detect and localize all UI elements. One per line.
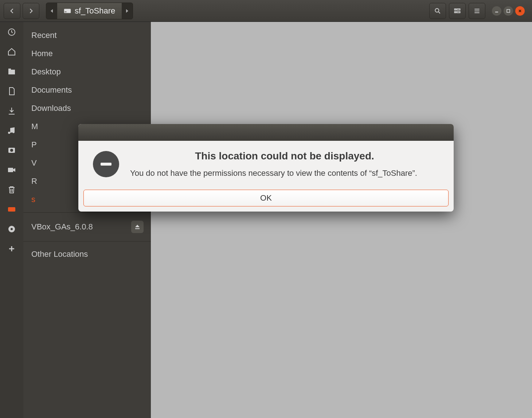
error-icon	[93, 151, 119, 177]
close-button[interactable]	[515, 6, 525, 16]
svg-rect-1	[65, 11, 67, 12]
home-icon[interactable]	[7, 47, 17, 57]
pictures-icon[interactable]	[7, 145, 17, 155]
error-dialog: This location could not be displayed. Yo…	[78, 124, 454, 212]
search-button[interactable]	[429, 3, 446, 19]
music-icon[interactable]	[7, 125, 17, 136]
svg-rect-6	[457, 11, 460, 12]
sidebar-item-label: P	[31, 140, 37, 150]
dialog-title: This location could not be displayed.	[130, 150, 439, 162]
svg-rect-3	[455, 9, 456, 10]
search-icon	[434, 7, 441, 15]
downloads-icon[interactable]	[7, 106, 17, 116]
sidebar-item-home[interactable]: Home	[23, 44, 151, 63]
svg-rect-5	[455, 11, 456, 12]
breadcrumb-label: sf_ToShare	[75, 6, 115, 16]
svg-rect-7	[507, 9, 510, 12]
dialog-body: This location could not be displayed. Yo…	[78, 141, 454, 190]
dialog-actions: OK	[78, 190, 454, 212]
videos-icon[interactable]	[7, 165, 17, 175]
svg-rect-12	[8, 207, 15, 212]
svg-point-14	[11, 228, 13, 230]
triangle-right-icon	[125, 8, 129, 13]
breadcrumb-current[interactable]: sf_ToShare	[57, 3, 122, 19]
sidebar-item-documents[interactable]: Documents	[23, 81, 151, 99]
sidebar-item-label: Home	[31, 49, 53, 58]
trash-icon[interactable]	[7, 185, 17, 195]
dialog-titlebar[interactable]	[78, 124, 454, 141]
sidebar-item-mount[interactable]: VBox_GAs_6.0.8	[23, 216, 151, 237]
chevron-right-icon	[27, 7, 35, 15]
hamburger-icon	[473, 7, 481, 15]
desktop-icon[interactable]	[7, 66, 17, 77]
sidebar-item-other[interactable]: Other Locations	[23, 245, 151, 263]
eject-icon	[134, 224, 140, 230]
toolbar-right	[429, 3, 525, 19]
minimize-button[interactable]	[492, 6, 501, 16]
sidebar-item-label: M	[31, 122, 38, 131]
header-toolbar: sf_ToShare	[0, 0, 532, 22]
svg-rect-4	[457, 9, 460, 10]
sidebar-item-desktop[interactable]: Desktop	[23, 63, 151, 81]
places-sidebar: Recent Home Desktop Documents Downloads …	[23, 22, 151, 418]
svg-point-10	[10, 149, 13, 152]
sidebar-item-downloads[interactable]: Downloads	[23, 99, 151, 117]
chevron-left-icon	[8, 7, 16, 15]
recent-icon[interactable]	[7, 27, 17, 37]
close-icon	[518, 9, 522, 13]
eject-button[interactable]	[131, 221, 144, 233]
breadcrumb-prev[interactable]	[46, 8, 57, 13]
minimize-icon	[494, 9, 499, 13]
launcher-bar	[0, 22, 23, 418]
content-area	[151, 22, 532, 418]
view-mode-button[interactable]	[449, 3, 466, 19]
triangle-left-icon	[50, 8, 54, 13]
sidebar-item-label: Downloads	[31, 104, 71, 113]
drive-icon	[64, 8, 71, 14]
sidebar-item-label: Recent	[31, 31, 57, 40]
dialog-message: You do not have the permissions necessar…	[130, 168, 439, 179]
dialog-text: This location could not be displayed. Yo…	[130, 150, 439, 179]
sidebar-item-label: V	[31, 158, 37, 168]
maximize-button[interactable]	[504, 6, 513, 16]
list-view-icon	[454, 7, 461, 15]
other-locations-icon[interactable]	[7, 244, 17, 254]
sidebar-item-label: VBox_GAs_6.0.8	[31, 222, 93, 232]
sidebar-item-recent[interactable]: Recent	[23, 26, 151, 44]
window-controls	[492, 6, 525, 16]
sidebar-item-label: s	[31, 195, 35, 204]
documents-icon[interactable]	[7, 86, 17, 96]
svg-rect-11	[8, 168, 13, 172]
nav-group	[4, 3, 39, 19]
sidebar-item-label: Other Locations	[31, 249, 88, 259]
disc-icon[interactable]	[7, 224, 17, 234]
menu-button[interactable]	[469, 3, 485, 19]
share-icon[interactable]	[7, 204, 17, 214]
breadcrumb-next[interactable]	[122, 8, 133, 13]
forward-button[interactable]	[23, 3, 39, 19]
ok-button[interactable]: OK	[83, 190, 449, 206]
sidebar-separator	[23, 212, 151, 213]
sidebar-separator	[23, 241, 151, 241]
svg-point-2	[435, 8, 439, 12]
main-body: Recent Home Desktop Documents Downloads …	[0, 22, 532, 418]
back-button[interactable]	[4, 3, 20, 19]
sidebar-item-label: R	[31, 177, 37, 186]
breadcrumb: sf_ToShare	[46, 3, 133, 19]
maximize-icon	[506, 9, 511, 13]
svg-rect-0	[64, 9, 71, 13]
sidebar-item-label: Desktop	[31, 67, 61, 77]
sidebar-item-label: Documents	[31, 85, 72, 95]
